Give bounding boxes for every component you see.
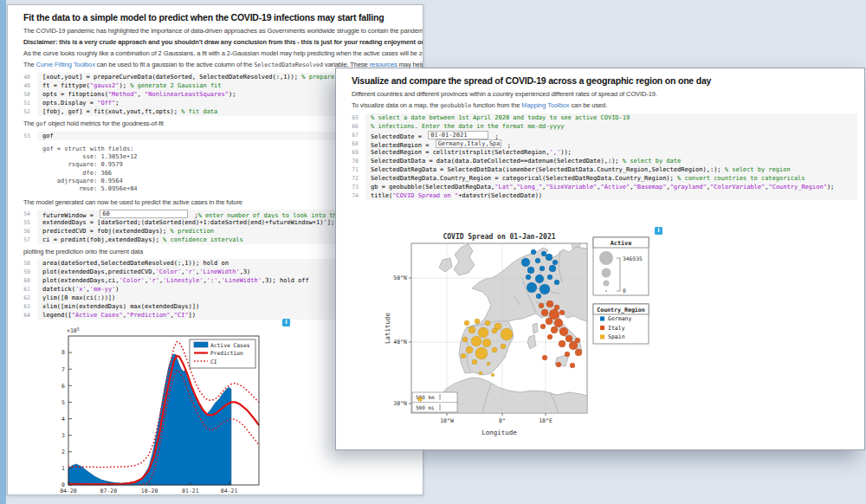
- prediction-chart-figure: 01234567804-2007-2010-2001-2104-21×105Ac…: [36, 326, 321, 495]
- svg-text:04-21: 04-21: [221, 488, 238, 494]
- code-fragment: ): [115, 286, 119, 293]
- window-geobubble: Visualize and compare the spread of COVI…: [335, 68, 865, 450]
- code-text[interactable]: SelectedRegion = Germany,Italy,Spain ;: [365, 139, 857, 148]
- code-fragment: area(dateSorted,SelectedDateResolved(:,1…: [42, 260, 229, 267]
- line-number: 65: [336, 113, 365, 122]
- geobubble-paragraph: To visualize data on a map, the geobubbl…: [352, 101, 857, 110]
- svg-text:500 mi: 500 mi: [416, 404, 435, 410]
- code-text[interactable]: gb = geobubble(SelectedDatRegData,"Lat",…: [365, 183, 857, 191]
- inline-code: SelectedDateResolved: [254, 61, 323, 68]
- code-line: 73gb = geobubble(SelectedDatRegData,"Lat…: [336, 183, 857, 191]
- svg-text:Active Cases: Active Cases: [210, 342, 250, 348]
- code-text[interactable]: % infections. Enter the date in the form…: [365, 122, 857, 131]
- line-number: 74: [336, 191, 365, 200]
- code-fragment: ,3): [240, 268, 251, 275]
- line-number: 70: [336, 157, 365, 165]
- intro-paragraph: Different countries and different provin…: [352, 90, 857, 98]
- svg-text:04-20: 04-20: [60, 488, 77, 494]
- line-number: 50: [8, 90, 37, 99]
- line-number: 51: [8, 99, 37, 107]
- code-fragment: SelectedRegion = cellstr(strsplit(Select…: [371, 149, 550, 156]
- code-fragment: SelectedDatRegData.Country_Region = cate…: [371, 175, 677, 182]
- svg-text:Active: Active: [611, 240, 632, 247]
- code-fragment: [fobj, gof] = fit(xout,yout,ft,opts);: [42, 108, 181, 115]
- code-fragment: SelectedRegion =: [371, 142, 433, 148]
- code-string: 'Color': [120, 277, 145, 284]
- code-text[interactable]: SelectedDate = 01-01-2021 ;: [365, 131, 857, 139]
- svg-text:0°: 0°: [499, 417, 506, 424]
- inline-edit-field[interactable]: 01-01-2021: [428, 131, 488, 139]
- svg-text:Germany: Germany: [608, 315, 631, 322]
- code-line: 69SelectedRegion = cellstr(strsplit(Sele…: [336, 148, 857, 157]
- code-line: 70SelectedDatData = data(data.DateCollec…: [336, 157, 857, 165]
- svg-text:1: 1: [61, 465, 65, 472]
- code-text[interactable]: title("COVID Spread on "+datestr(Selecte…: [365, 191, 857, 200]
- size-legend: Active3469350: [593, 237, 649, 295]
- code-fragment: +datestr(SelectedDate)): [458, 192, 542, 199]
- code-string: "SizeVariable": [546, 184, 597, 191]
- line-number: 67: [336, 131, 365, 139]
- code-line: 68SelectedRegion = Germany,Italy,Spain ;: [336, 139, 857, 148]
- code-fragment: ;: [115, 100, 119, 107]
- code-comment: % select by region: [725, 166, 791, 173]
- inline-edit-field[interactable]: Germany,Italy,Spain: [436, 139, 501, 148]
- line-number: 55: [8, 218, 37, 227]
- map-title: COVID Spread on 01-Jan-2021: [443, 233, 555, 241]
- code-text[interactable]: SelectedDatData = data(data.DateCollecte…: [365, 157, 857, 165]
- svg-text:Prediction: Prediction: [210, 350, 243, 356]
- svg-text:CI: CI: [210, 359, 217, 365]
- code-comment: % fit data: [181, 108, 217, 115]
- code-fragment: );: [229, 91, 236, 98]
- intro-paragraph: The COVID-19 pandemic has highlighted th…: [23, 27, 416, 35]
- text-run: To visualize data on a map, the: [352, 101, 440, 109]
- code-string: 'Linestyle': [163, 277, 203, 284]
- code-fragment: title(: [371, 192, 392, 199]
- doc-link[interactable]: Mapping Toolbox: [521, 101, 569, 109]
- code-fragment: SelectedDate =: [371, 133, 425, 139]
- code-fragment: ;: [191, 212, 197, 218]
- code-string: "Active": [601, 184, 630, 191]
- code-text[interactable]: SelectedDatRegData.Country_Region = cate…: [365, 174, 857, 183]
- map-scale-bar: 500 km500 mi: [412, 392, 457, 412]
- code-fragment: xlim([min(extendedDays) max(extendedDays…: [42, 303, 199, 310]
- page-title: Fit the data to a simple model to predic…: [23, 12, 416, 23]
- code-string: "NonlinearLeastSquares": [145, 91, 229, 98]
- line-number: 63: [8, 302, 37, 311]
- y-axis-label: Latitude: [384, 312, 391, 344]
- svg-text:3: 3: [61, 432, 65, 439]
- text-run: object hold metrics for the goodness-of-…: [47, 120, 164, 127]
- svg-text:5: 5: [61, 399, 65, 406]
- doc-link[interactable]: Curve Fitting Toolbox: [36, 61, 95, 68]
- code-text[interactable]: SelectedRegion = cellstr(strsplit(Select…: [365, 148, 857, 157]
- line-number: 56: [8, 227, 37, 236]
- code-string: ',': [550, 149, 561, 156]
- code-fragment: ,3); hold off: [262, 277, 309, 284]
- code-string: "Off": [97, 100, 115, 107]
- inline-code: geobubble: [440, 102, 471, 109]
- line-number: 66: [336, 122, 365, 131]
- code-text[interactable]: % select a date between 1st April 2020 a…: [365, 113, 857, 122]
- line-number: 69: [336, 148, 365, 157]
- inline-code: gof: [36, 120, 47, 127]
- code-string: 'LineWidth': [199, 268, 239, 275]
- svg-text:01-21: 01-21: [182, 488, 199, 494]
- code-string: "CI": [174, 312, 189, 319]
- code-line: 72SelectedDatRegData.Country_Region = ca…: [336, 174, 857, 183]
- text-run: The: [23, 120, 36, 127]
- code-text[interactable]: SelectedDatRegData = SelectedDatData(ism…: [365, 165, 857, 174]
- code-string: "Active Cases": [72, 312, 123, 319]
- inline-edit-field[interactable]: 60: [100, 210, 188, 218]
- line-number: 49: [8, 81, 37, 90]
- svg-text:4: 4: [61, 416, 65, 423]
- text-run: function from the: [471, 101, 521, 109]
- line-number: 73: [336, 183, 365, 191]
- code-fragment: ));: [560, 149, 572, 156]
- line-number: 72: [336, 174, 365, 183]
- code-fragment: [xout,yout] = prepareCurveData(dateSorte…: [42, 74, 301, 81]
- code-string: "COVID Spread on ": [392, 192, 458, 199]
- svg-text:6: 6: [61, 383, 65, 390]
- background-window-edge: [0, 0, 6, 504]
- code-line: 71SelectedDatRegData = SelectedDatData(i…: [336, 165, 857, 174]
- code-line: 66% infections. Enter the date in the fo…: [336, 122, 857, 131]
- code-string: 'x': [75, 286, 87, 293]
